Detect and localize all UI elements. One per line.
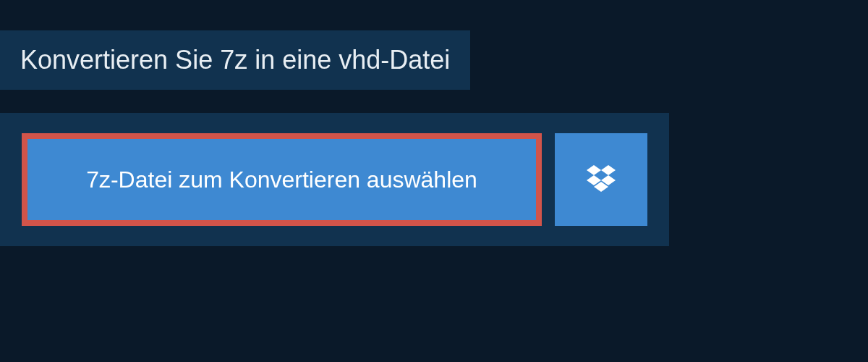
page-header: Konvertieren Sie 7z in eine vhd-Datei xyxy=(0,30,470,90)
page-title: Konvertieren Sie 7z in eine vhd-Datei xyxy=(20,45,450,75)
select-file-button-label: 7z-Datei zum Konvertieren auswählen xyxy=(86,167,477,193)
dropbox-upload-button[interactable] xyxy=(555,133,647,226)
upload-panel: 7z-Datei zum Konvertieren auswählen xyxy=(0,113,669,246)
select-file-button[interactable]: 7z-Datei zum Konvertieren auswählen xyxy=(22,133,542,226)
dropbox-icon xyxy=(584,162,618,197)
